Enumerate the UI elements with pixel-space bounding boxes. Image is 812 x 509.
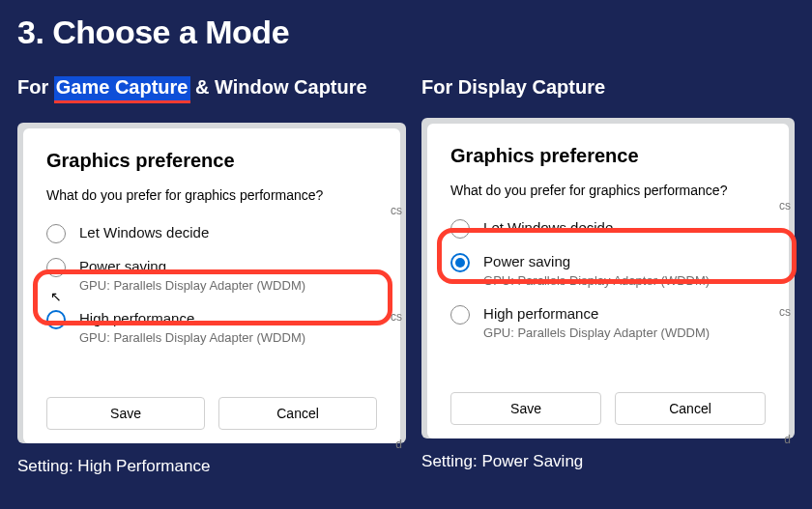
option-label: High performance xyxy=(79,310,377,326)
option-high-performance[interactable]: High performance GPU: Parallels Display … xyxy=(450,299,766,348)
option-power-saving[interactable]: Power saving GPU: Parallels Display Adap… xyxy=(46,252,377,300)
option-label: Let Windows decide xyxy=(79,224,377,240)
column-display-capture: For Display Capture Graphics preference … xyxy=(421,76,795,476)
cancel-button[interactable]: Cancel xyxy=(218,397,377,430)
option-label: Power saving xyxy=(79,258,377,274)
card-wrap-right: Graphics preference What do you prefer f… xyxy=(421,118,795,438)
caption-left: Setting: High Performance xyxy=(17,457,406,476)
option-sublabel: GPU: Parallels Display Adapter (WDDM) xyxy=(483,325,766,340)
option-label: Power saving xyxy=(483,253,766,269)
radio-icon xyxy=(46,258,66,277)
subheading-left: For Game Capture & Window Capture xyxy=(17,76,406,103)
card-question: What do you prefer for graphics performa… xyxy=(450,183,766,198)
save-button[interactable]: Save xyxy=(450,392,601,425)
option-sublabel: GPU: Parallels Display Adapter (WDDM) xyxy=(483,273,766,288)
subheading-prefix: For xyxy=(17,76,54,98)
radio-icon xyxy=(46,310,66,329)
subheading-highlight: Game Capture xyxy=(54,76,190,103)
column-game-capture: For Game Capture & Window Capture Graphi… xyxy=(17,76,406,476)
option-power-saving[interactable]: Power saving GPU: Parallels Display Adap… xyxy=(450,247,766,296)
subheading-right: For Display Capture xyxy=(421,76,795,99)
radio-icon xyxy=(450,253,470,272)
radio-icon xyxy=(46,224,66,243)
subheading-suffix: & Window Capture xyxy=(190,76,367,98)
save-button[interactable]: Save xyxy=(46,397,205,430)
option-sublabel: GPU: Parallels Display Adapter (WDDM) xyxy=(79,330,377,345)
cropped-text: cs xyxy=(779,199,791,212)
page-heading: 3. Choose a Mode xyxy=(0,0,812,51)
radio-icon xyxy=(450,219,470,239)
cropped-text: cs xyxy=(391,204,402,217)
option-high-performance[interactable]: High performance GPU: Parallels Display … xyxy=(46,304,377,353)
cropped-text: cs xyxy=(391,310,402,324)
cancel-button[interactable]: Cancel xyxy=(615,392,766,425)
card-title: Graphics preference xyxy=(46,150,377,172)
cropped-text: d xyxy=(784,433,791,446)
caption-right: Setting: Power Saving xyxy=(421,452,795,471)
card-title: Graphics preference xyxy=(450,145,766,167)
cropped-text: d xyxy=(395,438,402,451)
graphics-preference-card: Graphics preference What do you prefer f… xyxy=(23,128,400,443)
radio-icon xyxy=(450,305,470,325)
option-label: Let Windows decide xyxy=(483,219,766,236)
option-let-windows-decide[interactable]: Let Windows decide xyxy=(46,218,377,248)
option-sublabel: GPU: Parallels Display Adapter (WDDM) xyxy=(79,278,377,293)
card-wrap-left: Graphics preference What do you prefer f… xyxy=(17,123,406,443)
graphics-preference-card: Graphics preference What do you prefer f… xyxy=(427,124,789,438)
cropped-text: cs xyxy=(779,305,791,319)
card-question: What do you prefer for graphics performa… xyxy=(46,187,377,203)
option-let-windows-decide[interactable]: Let Windows decide xyxy=(450,213,766,243)
option-label: High performance xyxy=(483,305,766,322)
